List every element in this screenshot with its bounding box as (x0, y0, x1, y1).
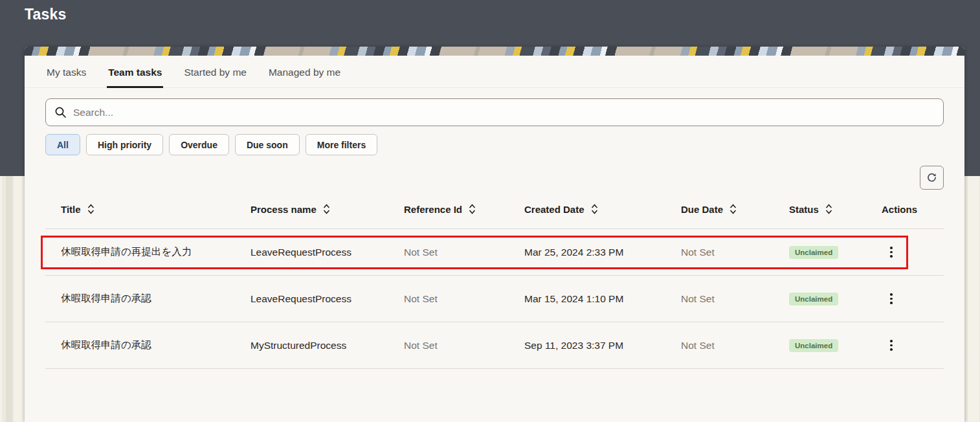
sort-icon[interactable] (87, 204, 95, 214)
page-title: Tasks (25, 6, 67, 23)
search-icon (54, 106, 67, 118)
row-actions-menu-icon[interactable] (882, 243, 901, 262)
filter-chip-all[interactable]: All (45, 134, 80, 155)
column-header-actions: Actions (866, 204, 944, 215)
sort-icon[interactable] (591, 204, 598, 214)
row-actions-menu-icon[interactable] (882, 289, 901, 309)
column-header-process-name[interactable]: Process name (235, 204, 388, 215)
tab-my-tasks[interactable]: My tasks (45, 56, 87, 88)
column-header-created-date[interactable]: Created Date (509, 204, 665, 215)
cell-title: 休暇取得申請の承認 (45, 339, 235, 352)
table-row[interactable]: 休暇取得申請の承認 LeaveRequestProcess Not Set Ma… (45, 276, 944, 322)
filter-chip-due-soon[interactable]: Due soon (235, 134, 300, 155)
cell-due-date: Not Set (665, 247, 774, 258)
cell-title: 休暇取得申請の承認 (45, 292, 235, 305)
sort-icon[interactable] (729, 204, 737, 214)
sort-icon[interactable] (469, 204, 476, 214)
cell-actions (866, 289, 944, 309)
table-row[interactable]: 休暇取得申請の承認 MyStructuredProcess Not Set Se… (45, 322, 944, 369)
table-toolbar (45, 166, 944, 190)
cell-actions (866, 243, 944, 262)
status-badge: Unclaimed (789, 246, 838, 259)
cell-created-date: Mar 15, 2024 1:10 PM (509, 293, 665, 305)
tab-managed-by-me[interactable]: Managed by me (267, 56, 342, 88)
cell-due-date: Not Set (665, 293, 774, 305)
cell-created-date: Sep 11, 2023 3:37 PM (509, 340, 665, 351)
cell-process-name: LeaveRequestProcess (235, 247, 388, 258)
status-badge: Unclaimed (789, 339, 838, 352)
table-row[interactable]: 休暇取得申請の再提出を入力 LeaveRequestProcess Not Se… (45, 229, 944, 276)
refresh-button[interactable] (920, 166, 944, 190)
tasks-card: My tasks Team tasks Started by me Manage… (25, 47, 964, 422)
cell-due-date: Not Set (665, 340, 774, 351)
decorative-pattern-strip (25, 47, 964, 56)
cell-reference-id: Not Set (388, 340, 509, 351)
cell-reference-id: Not Set (388, 293, 509, 305)
sort-icon[interactable] (323, 204, 330, 214)
column-header-title[interactable]: Title (45, 204, 235, 215)
cell-created-date: Mar 25, 2024 2:33 PM (509, 247, 665, 258)
sort-icon[interactable] (825, 204, 832, 214)
table-header-row: Title Process name Reference Id Created … (45, 190, 944, 229)
filter-chip-overdue[interactable]: Overdue (169, 134, 229, 155)
row-actions-menu-icon[interactable] (882, 336, 901, 355)
search-input[interactable] (73, 107, 935, 118)
cell-actions (866, 336, 944, 355)
tab-bar: My tasks Team tasks Started by me Manage… (25, 56, 964, 88)
cell-process-name: MyStructuredProcess (235, 340, 388, 351)
filter-chip-high-priority[interactable]: High priority (86, 134, 163, 155)
tasks-table: Title Process name Reference Id Created … (45, 190, 944, 369)
tab-team-tasks[interactable]: Team tasks (107, 56, 163, 88)
filter-chip-more-filters[interactable]: More filters (306, 134, 377, 155)
refresh-icon (926, 172, 938, 184)
search-bar[interactable] (45, 98, 944, 126)
column-header-status[interactable]: Status (774, 204, 866, 215)
cell-process-name: LeaveRequestProcess (235, 293, 388, 305)
cell-status: Unclaimed (774, 339, 866, 352)
cell-status: Unclaimed (774, 293, 866, 305)
cell-title: 休暇取得申請の再提出を入力 (45, 245, 235, 259)
column-header-due-date[interactable]: Due Date (665, 204, 774, 215)
filter-chips: All High priority Overdue Due soon More … (45, 134, 944, 155)
tab-started-by-me[interactable]: Started by me (183, 56, 248, 88)
status-badge: Unclaimed (789, 293, 838, 305)
cell-status: Unclaimed (774, 246, 866, 259)
column-header-reference-id[interactable]: Reference Id (388, 204, 509, 215)
cell-reference-id: Not Set (388, 247, 509, 258)
